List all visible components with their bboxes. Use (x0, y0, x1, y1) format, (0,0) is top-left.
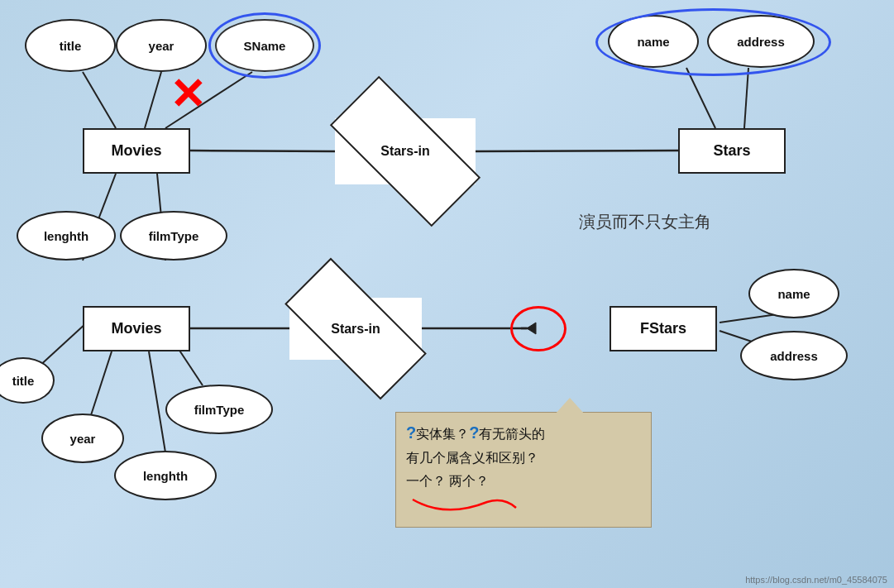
svg-line-1 (476, 151, 678, 151)
svg-line-5 (686, 68, 715, 128)
tooltip-line3: 一个？ 两个？ (406, 471, 641, 492)
attr-sname: SName (215, 19, 314, 72)
relationship-starsin1: Stars-in (335, 118, 476, 184)
svg-line-13 (91, 351, 112, 415)
svg-line-2 (83, 72, 116, 128)
tooltip-line2: 有几个属含义和区别？ (406, 447, 641, 469)
watermark: https://blog.csdn.net/m0_45584075 (745, 575, 887, 585)
chinese-annotation: 演员而不只女主角 (579, 211, 711, 233)
svg-line-3 (145, 72, 161, 128)
attr-lenghth2: lenghth (114, 451, 217, 500)
attr-title2: title (0, 357, 55, 404)
entity-fstars: FStars (610, 306, 717, 351)
attr-address2: address (740, 331, 848, 380)
attr-filmtype1: filmType (120, 211, 227, 261)
svg-line-12 (37, 323, 87, 368)
svg-line-16 (720, 314, 777, 323)
attr-year2: year (41, 414, 124, 463)
svg-line-0 (190, 151, 335, 151)
attr-filmtype2: filmType (165, 385, 273, 434)
red-circle-arrow (510, 306, 567, 351)
svg-line-6 (744, 68, 748, 128)
attr-name2: name (748, 269, 839, 318)
entity-stars: Stars (678, 128, 786, 174)
red-x-mark: ✕ (170, 73, 206, 116)
tooltip-box: ?实体集？?有无箭头的 有几个属含义和区别？ 一个？ 两个？ (395, 412, 652, 528)
tooltip-line1: ?实体集？?有无箭头的 (406, 419, 641, 446)
entity-movies1: Movies (83, 128, 190, 174)
relationship-starsin2: Stars-in (289, 298, 422, 360)
attr-address1: address (707, 15, 815, 68)
svg-line-15 (149, 351, 165, 452)
entity-movies2: Movies (83, 306, 190, 351)
attr-name1: name (608, 15, 699, 68)
diagram-container: Movies Stars Stars-in Movies FStars Star… (0, 0, 894, 588)
attr-lenghth1: lenghth (17, 211, 116, 261)
attr-title1: title (25, 19, 116, 72)
attr-year1: year (116, 19, 207, 72)
